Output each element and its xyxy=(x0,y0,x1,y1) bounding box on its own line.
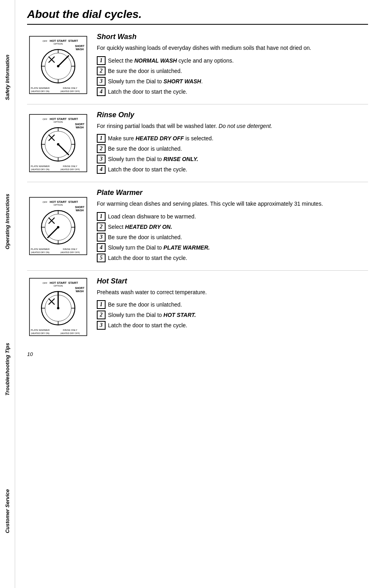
hot-start-desc: Preheats wash water to correct temperatu… xyxy=(97,289,368,297)
short-wash-step-4: 4 Latch the door to start the cycle. xyxy=(97,87,368,96)
sidebar-item-troubleshooting[interactable]: Troubleshooting Tips xyxy=(4,339,10,399)
step-number: 1 xyxy=(97,134,106,143)
svg-text:(HEATED DRY OFF): (HEATED DRY OFF) xyxy=(60,251,80,254)
svg-text:RINSE ONLY: RINSE ONLY xyxy=(63,87,77,89)
plate-warmer-content: Plate Warmer For warming clean dishes an… xyxy=(97,189,368,264)
svg-text:SHORT: SHORT xyxy=(75,206,85,208)
svg-text:OPTION: OPTION xyxy=(53,285,63,287)
sidebar: Safety Information Operating Instruction… xyxy=(0,0,15,588)
svg-point-60 xyxy=(57,226,59,228)
hot-start-step-1: 1 Be sure the door is unlatched. xyxy=(97,300,368,309)
svg-text:OFF: OFF xyxy=(43,118,47,120)
step-text: Select the NORMAL WASH cycle and any opt… xyxy=(108,56,234,65)
step-text: Latch the door to start the cycle. xyxy=(108,254,187,262)
step-number: 2 xyxy=(97,67,106,75)
step-text: Slowly turn the Dial to PLATE WARMER. xyxy=(108,243,210,252)
svg-text:OPTION: OPTION xyxy=(53,204,63,206)
svg-text:(HEATED DRY ON): (HEATED DRY ON) xyxy=(31,251,49,254)
step-text: Slowly turn the Dial to RINSE ONLY. xyxy=(108,155,198,163)
step-text: Latch the door to start the cycle. xyxy=(108,165,187,174)
svg-point-39 xyxy=(57,143,59,146)
short-wash-step-2: 2 Be sure the door is unlatched. xyxy=(97,67,368,75)
hot-start-content: Hot Start Preheats wash water to correct… xyxy=(97,277,368,337)
hot-start-step-3: 3 Latch the door to start the cycle. xyxy=(97,321,368,330)
svg-text:PLATE WARMER: PLATE WARMER xyxy=(31,87,50,89)
plate-warmer-step-2: 2 Select HEATED DRY ON. xyxy=(97,222,368,231)
svg-text:PLATE WARMER: PLATE WARMER xyxy=(31,165,50,167)
svg-text:RINSE ONLY: RINSE ONLY xyxy=(63,165,77,167)
step-text: Be sure the door is unlatched. xyxy=(108,300,182,309)
svg-text:SHORT: SHORT xyxy=(75,45,85,47)
plate-warmer-step-4: 4 Slowly turn the Dial to PLATE WARMER. xyxy=(97,243,368,252)
step-number: 2 xyxy=(97,144,106,153)
svg-text:(HEATED DRY ON): (HEATED DRY ON) xyxy=(31,90,49,92)
svg-text:(HEATED DRY ON): (HEATED DRY ON) xyxy=(31,168,49,170)
short-wash-step-1: 1 Select the NORMAL WASH cycle and any o… xyxy=(97,56,368,65)
dial-short-wash: HOT START OPTION OFF START SHORT WASH PL… xyxy=(27,33,89,98)
plate-warmer-desc: For warming clean dishes and serving pla… xyxy=(97,200,368,208)
svg-text:HOT START: HOT START xyxy=(49,281,67,284)
step-number: 2 xyxy=(97,222,106,231)
svg-text:HOT START: HOT START xyxy=(49,200,67,204)
plate-warmer-step-1: 1 Load clean dishware to be warmed. xyxy=(97,212,368,221)
svg-text:WASH: WASH xyxy=(75,289,83,292)
sidebar-item-operating[interactable]: Operating Instructions xyxy=(4,190,10,253)
rinse-only-content: Rinse Only For rinsing partial loads tha… xyxy=(97,111,368,176)
dial-diagram-hot-start: HOT START OPTION OFF START SHORT WASH PL… xyxy=(28,277,88,337)
svg-text:OFF: OFF xyxy=(43,40,47,42)
rinse-only-step-3: 3 Slowly turn the Dial to RINSE ONLY. xyxy=(97,155,368,163)
plate-warmer-step-5: 5 Latch the door to start the cycle. xyxy=(97,254,368,262)
svg-text:OFF: OFF xyxy=(43,281,47,284)
svg-text:SHORT: SHORT xyxy=(75,287,85,289)
rinse-only-step-1: 1 Make sure HEATED DRY OFF is selected. xyxy=(97,134,368,143)
svg-text:WASH: WASH xyxy=(75,48,83,51)
svg-text:PLATE WARMER: PLATE WARMER xyxy=(31,248,50,250)
svg-text:SHORT: SHORT xyxy=(75,123,85,126)
section-short-wash: HOT START OPTION OFF START SHORT WASH PL… xyxy=(27,33,368,104)
title-divider xyxy=(27,24,368,25)
hot-start-step-2: 2 Slowly turn the Dial to HOT START. xyxy=(97,311,368,319)
section-plate-warmer: HOT START OPTION OFF START SHORT WASH PL… xyxy=(27,189,368,271)
step-text: Select HEATED DRY ON. xyxy=(108,222,172,231)
rinse-only-step-4: 4 Latch the door to start the cycle. xyxy=(97,165,368,174)
svg-text:RINSE ONLY: RINSE ONLY xyxy=(63,329,77,331)
step-text: Be sure the door is unlatched. xyxy=(108,144,182,153)
short-wash-content: Short Wash For quickly washing loads of … xyxy=(97,33,368,98)
dial-diagram-rinse-only: HOT START OPTION OFF START SHORT WASH PL… xyxy=(28,113,88,173)
step-text: Slowly turn the Dial to HOT START. xyxy=(108,311,196,319)
step-number: 5 xyxy=(97,254,106,262)
plate-warmer-title: Plate Warmer xyxy=(97,189,368,197)
step-number: 3 xyxy=(97,321,106,330)
step-number: 2 xyxy=(97,311,106,319)
step-text: Latch the door to start the cycle. xyxy=(108,87,187,96)
svg-text:HOT START: HOT START xyxy=(49,39,67,43)
rinse-only-desc: For rinsing partial loads that will be w… xyxy=(97,122,368,130)
step-number: 4 xyxy=(97,87,106,96)
step-text: Slowly turn the Dial to SHORT WASH. xyxy=(108,77,203,86)
svg-text:START: START xyxy=(68,117,78,120)
short-wash-title: Short Wash xyxy=(97,33,368,41)
svg-text:START: START xyxy=(68,200,78,204)
svg-text:OPTION: OPTION xyxy=(53,121,63,123)
section-hot-start: HOT START OPTION OFF START SHORT WASH PL… xyxy=(27,277,368,343)
step-number: 3 xyxy=(97,233,106,242)
svg-text:(HEATED DRY OFF): (HEATED DRY OFF) xyxy=(60,332,80,334)
svg-text:(HEATED DRY OFF): (HEATED DRY OFF) xyxy=(60,90,80,92)
dial-rinse-only: HOT START OPTION OFF START SHORT WASH PL… xyxy=(27,111,89,176)
step-text: Load clean dishware to be warmed. xyxy=(108,212,196,221)
short-wash-desc: For quickly washing loads of everyday di… xyxy=(97,44,368,52)
svg-text:OFF: OFF xyxy=(43,201,47,203)
sidebar-item-safety[interactable]: Safety Information xyxy=(4,51,10,104)
dial-plate-warmer: HOT START OPTION OFF START SHORT WASH PL… xyxy=(27,189,89,264)
sidebar-item-customer[interactable]: Customer Service xyxy=(4,485,10,537)
svg-text:(HEATED DRY OFF): (HEATED DRY OFF) xyxy=(60,168,80,170)
step-number: 3 xyxy=(97,77,106,86)
step-number: 4 xyxy=(97,165,106,174)
step-text: Make sure HEATED DRY OFF is selected. xyxy=(108,134,214,143)
svg-text:HOT START: HOT START xyxy=(49,117,67,120)
short-wash-step-3: 3 Slowly turn the Dial to SHORT WASH. xyxy=(97,77,368,86)
svg-text:PLATE WARMER: PLATE WARMER xyxy=(31,329,50,331)
svg-text:(HEATED DRY ON): (HEATED DRY ON) xyxy=(31,332,49,334)
main-content: About the dial cycles. HOT START OPTION … xyxy=(15,0,380,588)
dial-hot-start: HOT START OPTION OFF START SHORT WASH PL… xyxy=(27,277,89,337)
